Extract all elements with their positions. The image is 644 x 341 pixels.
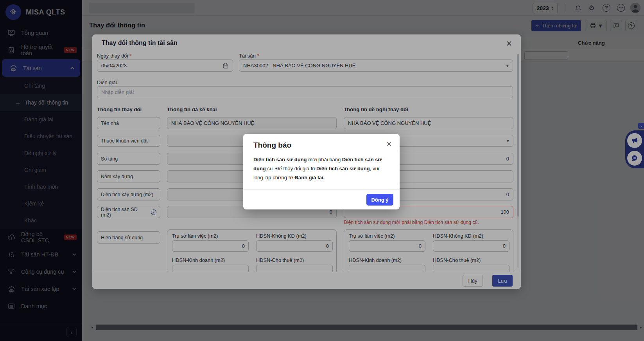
dialog-footer: Đồng ý [243, 189, 400, 209]
close-icon[interactable]: ✕ [386, 140, 392, 148]
dialog-message: Diện tích sàn sử dụng mới phải bằng Diện… [243, 150, 400, 189]
notification-dialog: Thông báo ✕ Diện tích sàn sử dụng mới ph… [243, 134, 400, 209]
dialog-title: Thông báo [243, 141, 400, 150]
ok-button[interactable]: Đồng ý [366, 194, 393, 206]
